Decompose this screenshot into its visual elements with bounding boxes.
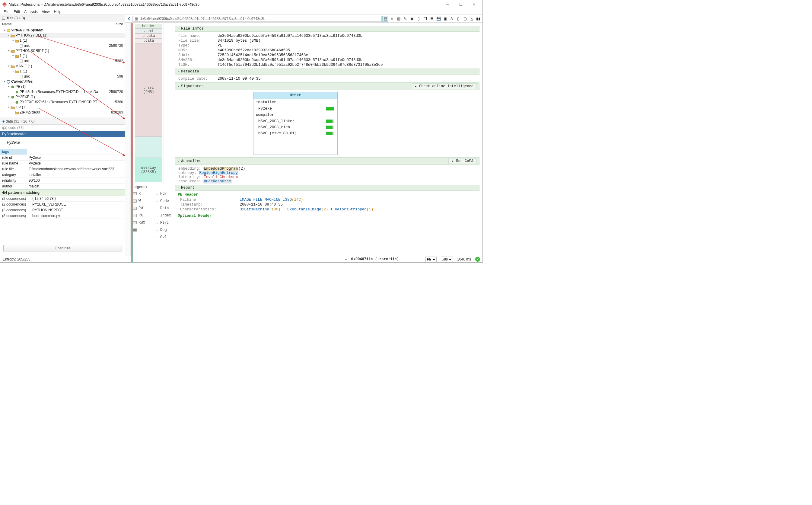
window-close-button[interactable]: ✕ (467, 0, 481, 9)
status-address: 0x0040711c (.rsrc:11c) (351, 257, 399, 262)
tree-row[interactable]: ▾1 (1) (0, 53, 125, 58)
signature-row[interactable]: MSVC (msvc_80_01) (253, 130, 337, 137)
section-metadata[interactable]: ▸ Metadata (175, 68, 479, 74)
pattern-row[interactable]: (3 occurences)PYTHONINSPECT (0, 207, 125, 213)
window-minimize-button[interactable]: — (441, 0, 454, 9)
map-segment[interactable]: .data (135, 38, 162, 43)
map-segment[interactable] (135, 137, 162, 158)
menu-help[interactable]: Help (52, 9, 64, 14)
tool-list-icon[interactable]: ☰ (429, 16, 435, 22)
signature-row[interactable]: MSVC_2008_linker (253, 118, 337, 124)
legend-title: Legend: (133, 185, 169, 189)
section-signatures[interactable]: ▸ Signatures ▸ Check online intelligence (175, 82, 479, 90)
anom-entropy[interactable]: RegionHighEntropy (199, 171, 239, 175)
tree-row[interactable]: ▾1 (1) (0, 38, 125, 43)
tree-row[interactable]: unk598 (0, 74, 125, 79)
tool-struct-icon[interactable]: ▥ (396, 16, 402, 22)
pattern-row[interactable]: (8 occurences)boot_common.py (0, 213, 125, 219)
file-tree[interactable]: ▾Virtual File System▾PYTHON27.DLL (1)▾1 … (0, 27, 125, 117)
tree-col-size[interactable]: Size (102, 22, 123, 26)
tree-row[interactable]: ▾PYTHON27.DLL (1) (0, 33, 125, 38)
tool-summary-icon[interactable]: ▤ (382, 16, 388, 22)
tool-hex-icon[interactable]: ⌗ (389, 16, 395, 22)
menu-edit[interactable]: Edit (11, 9, 22, 14)
legend-item: ..Dbg (154, 228, 171, 232)
tags-header[interactable]: tags (0, 149, 27, 155)
tree-row[interactable]: ▾ZIP (1) (0, 105, 125, 110)
menu-view[interactable]: View (40, 9, 52, 14)
anom-integrity[interactable]: InvalidChecksum (203, 175, 239, 179)
tool-a-icon[interactable]: A (449, 16, 455, 22)
main-content[interactable]: ▸ File infos File name:de3e64aea9200bc9c… (170, 23, 482, 256)
code-pane-title[interactable]: f(x) f(x) code (77) code (77) (0, 125, 125, 131)
map-segment[interactable]: header (135, 24, 162, 29)
tree-row[interactable]: PY2EXE.#27c51c (Resources.PYTHONSCRIPT.1… (0, 100, 125, 105)
rule-big-name: Py2exe (0, 137, 125, 149)
report-token[interactable]: RelocsStripped (335, 207, 367, 212)
tree-row[interactable]: unk2590720 (0, 43, 125, 48)
report-token[interactable]: 32BitsMachine (240, 207, 269, 212)
files-pane-title[interactable]: files (3 + 3) (0, 15, 125, 21)
tool-copy-icon[interactable]: ❐ (422, 16, 428, 22)
selected-rule-name: Py2exe (2, 132, 14, 136)
status-arch-select[interactable]: x86 (441, 257, 453, 262)
map-segment[interactable]: .rdata (135, 33, 162, 38)
anom-resources[interactable]: HugeResource (203, 179, 232, 183)
tree-row[interactable]: PE.#3d1c (Resources.PYTHON27.DLL.1.unk.D… (0, 90, 125, 95)
sigbox-title: Other (253, 92, 337, 99)
tree-row[interactable]: ▾1 (1) (0, 69, 125, 74)
tool-box-icon[interactable]: ▣ (442, 16, 448, 22)
report-v[interactable]: IMAGE_FILE_MACHINE_I386 (240, 198, 292, 202)
menu-analysis[interactable]: Analysis (22, 9, 40, 14)
section-map[interactable]: header.text.rdata.data.rsrc(2MB)overlay(… (134, 23, 164, 183)
tree-col-name[interactable]: Name (2, 22, 102, 26)
selected-rule-row[interactable]: Py2exe installer (0, 131, 125, 137)
back-button[interactable] (127, 16, 132, 21)
tool-square-icon[interactable]: ▢ (462, 16, 468, 22)
svg-point-1 (4, 4, 5, 5)
section-file-infos[interactable]: ▸ File infos (175, 26, 479, 32)
legend: Legend: RWRWRXRWX- ..Hdr..Code..Data..In… (131, 183, 170, 240)
tool-save-icon[interactable]: 💾 (435, 16, 441, 22)
pattern-row[interactable]: (2 occurences){ 12 34 56 78 } (0, 196, 125, 202)
data-pane-title[interactable]: ◈ data (31 + 26 + 0) (0, 118, 125, 125)
check-online-button[interactable]: ▸ Check online intelligence (412, 83, 477, 89)
map-segment[interactable]: overlay(838KB) (135, 158, 162, 182)
tree-row[interactable]: ZIP.#27de00858283 (0, 110, 125, 115)
section-anomalies[interactable]: ▸ Anomalies ▸ Run CAPA (175, 157, 479, 165)
report-token[interactable]: ExecutableImage (287, 207, 321, 212)
pattern-row[interactable]: (2 occurences)PY2EXE_VERBOSE (0, 202, 125, 207)
run-capa-button[interactable]: ▸ Run CAPA (448, 158, 477, 164)
tree-row[interactable]: ▾Carved Files (0, 79, 125, 84)
menu-file[interactable]: File (2, 9, 11, 14)
report-k: Timestamp: (180, 202, 237, 207)
section-report[interactable]: ▸ Report (175, 185, 479, 191)
address-field[interactable]: ▦ de3e64aea9200bc9ccd5fa04593a91d07aa146… (133, 16, 382, 22)
section-title: Signatures (181, 84, 204, 89)
tree-row[interactable]: ▾PY2EXE (1) (0, 95, 125, 100)
map-segment[interactable]: .rsrc(2MB) (135, 43, 162, 137)
tool-globe-icon[interactable]: ◉ (409, 16, 415, 22)
window-maximize-button[interactable]: ☐ (454, 0, 467, 9)
tree-row[interactable]: ▾PYTHONSCRIPT (1) (0, 48, 125, 53)
report-v: 2008-11-10 09:40:35 (240, 202, 283, 207)
tree-row[interactable]: ▾MANIF (1) (0, 64, 125, 69)
tree-row[interactable]: unk5382 (0, 58, 125, 64)
tool-text-icon[interactable]: ▯ (415, 16, 422, 22)
tool-code-icon[interactable]: ✎ (402, 16, 408, 22)
tool-tri-icon[interactable]: △ (469, 16, 475, 22)
patterns-header[interactable]: 4/4 patterns matching (0, 189, 125, 196)
map-segment[interactable]: .text (135, 29, 162, 33)
signature-row[interactable]: MSVC_2008_rich (253, 124, 337, 130)
open-rule-button[interactable]: Open rule (3, 245, 122, 251)
tool-brackets-icon[interactable]: {} (455, 16, 461, 22)
signature-row[interactable]: Py2exe (253, 106, 337, 112)
status-type-select[interactable]: PE (425, 257, 437, 262)
legend-item: R (133, 192, 145, 196)
svg-point-9 (16, 91, 18, 93)
tree-row[interactable]: ▾PE (1) (0, 84, 125, 90)
tool-bars-icon[interactable]: ▮▮ (475, 16, 481, 22)
svg-rect-6 (20, 75, 22, 78)
tree-row[interactable]: ▾Virtual File System (0, 28, 125, 33)
anom-embedding[interactable]: EmbeddedProgram (203, 167, 239, 171)
